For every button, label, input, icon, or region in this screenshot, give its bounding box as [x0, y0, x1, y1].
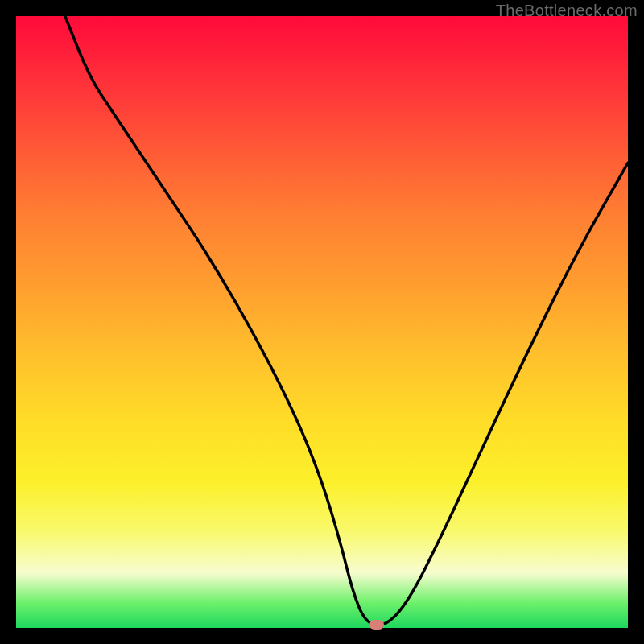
chart-frame: TheBottleneck.com — [0, 0, 644, 644]
optimal-point-marker — [369, 620, 384, 630]
bottleneck-curve — [16, 16, 628, 628]
plot-area — [16, 16, 628, 628]
